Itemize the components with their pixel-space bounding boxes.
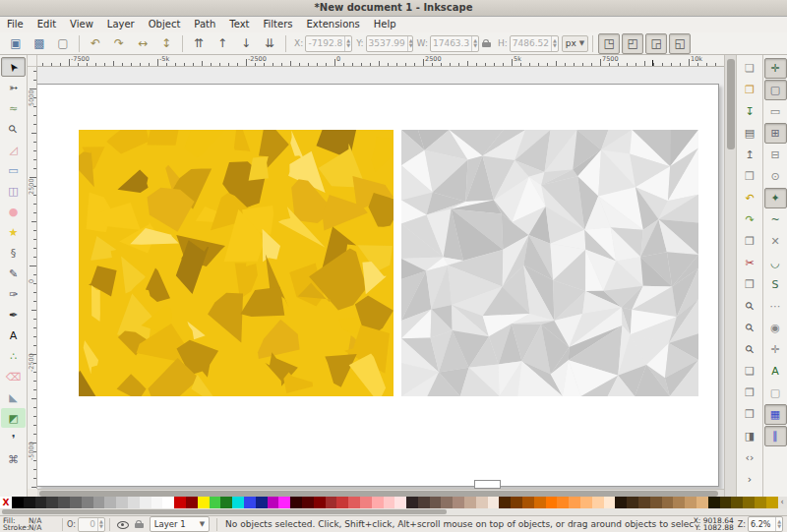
snap-object-centers-toggle[interactable]: ◉ [764, 318, 787, 338]
select-all[interactable]: ▣ [5, 33, 27, 54]
snap-cusp-nodes-toggle[interactable]: ◡ [764, 253, 787, 273]
palette-swatch[interactable] [731, 497, 743, 508]
zoom-spinner[interactable]: ▲▼ [775, 517, 782, 531]
palette-swatch[interactable] [116, 497, 128, 508]
lower[interactable]: ↓ [235, 33, 257, 54]
palette-swatch[interactable] [662, 497, 674, 508]
zoom-field[interactable]: 6.2% ▲▼ [748, 516, 783, 532]
palette-swatch[interactable] [488, 497, 500, 508]
gradient-tool[interactable]: ◩ [1, 408, 26, 428]
palette-swatch[interactable] [696, 497, 708, 508]
rotate-cw[interactable]: ↷ [108, 33, 130, 54]
palette-swatch[interactable] [35, 497, 47, 508]
palette-swatch[interactable] [522, 497, 534, 508]
fill-stroke-dialog-button[interactable]: ◨ [739, 426, 761, 446]
palette-swatch[interactable] [24, 497, 35, 508]
palette-scrollbar-thumb[interactable] [2, 509, 447, 514]
snap-line-midpoints-toggle[interactable]: ⋯ [764, 296, 787, 317]
box3d-tool[interactable]: ◫ [1, 181, 26, 201]
flip-vertical[interactable]: ↕ [155, 33, 177, 54]
menu-filters[interactable]: Filters [257, 17, 300, 32]
snap-smooth-nodes-toggle[interactable]: S [764, 274, 787, 295]
palette-swatch[interactable] [46, 497, 58, 508]
palette-swatch[interactable] [278, 497, 290, 508]
opacity-field[interactable]: 0 ▲▼ [78, 517, 105, 532]
ellipse-tool[interactable]: ● [1, 202, 26, 221]
rectangle-tool[interactable]: ▭ [1, 160, 26, 180]
snap-bbox-edges-toggle[interactable]: ▭ [764, 101, 787, 122]
height-field[interactable]: 7486.52 ▲▼ [510, 35, 559, 52]
raise-to-top[interactable]: ⇈ [188, 33, 210, 54]
palette-swatch[interactable] [615, 497, 627, 508]
palette-swatch[interactable] [685, 497, 696, 508]
document-properties-button[interactable]: ❒ [739, 166, 761, 187]
snap-enable-toggle[interactable]: ✛ [764, 58, 787, 79]
palette-swatch[interactable] [151, 497, 163, 508]
snap-bbox-corners-toggle[interactable]: ⊞ [764, 123, 787, 144]
affect-corners-toggle[interactable]: ◰ [622, 33, 643, 54]
palette-scroll-left-icon[interactable]: ‹ [778, 497, 787, 508]
palette-swatch[interactable] [290, 497, 302, 508]
palette-swatch[interactable] [384, 497, 395, 508]
vertical-scrollbar-thumb[interactable] [727, 59, 735, 149]
snap-grids-toggle[interactable]: ▦ [764, 404, 787, 425]
palette-swatch[interactable] [720, 497, 732, 508]
palette-swatch[interactable] [743, 497, 755, 508]
connector-tool[interactable]: ⌘ [1, 449, 26, 469]
palette-swatch[interactable] [140, 497, 151, 508]
snap-bbox-toggle[interactable]: ▢ [764, 80, 787, 100]
redo-button[interactable]: ↷ [739, 209, 761, 230]
palette-swatch[interactable] [406, 497, 418, 508]
raise[interactable]: ↑ [212, 33, 233, 54]
vertical-scrollbar[interactable] [724, 55, 736, 497]
bezier-tool[interactable]: ✑ [1, 284, 26, 304]
palette-swatch[interactable] [360, 497, 372, 508]
palette-swatch[interactable] [418, 497, 430, 508]
x-field-spinner[interactable]: ▲▼ [344, 36, 351, 51]
palette-swatch[interactable] [394, 497, 406, 508]
palette-swatch[interactable] [70, 497, 82, 508]
snap-guides-toggle[interactable]: ∥ [764, 426, 787, 446]
palette-swatch[interactable] [162, 497, 174, 508]
palette-swatch[interactable] [464, 497, 476, 508]
fill-stroke-indicator[interactable]: Fill: N/A Stroke: N/A [0, 517, 58, 532]
export-button[interactable]: ↥ [739, 145, 761, 165]
affect-stroke-toggle[interactable]: ◳ [598, 33, 620, 54]
palette-swatch[interactable] [104, 497, 116, 508]
units-dropdown[interactable]: px ▼ [562, 35, 588, 52]
rotate-ccw[interactable]: ↶ [85, 33, 106, 54]
cut-button[interactable]: ✂ [739, 253, 761, 273]
snap-paths-toggle[interactable]: ~ [764, 209, 787, 230]
menu-edit[interactable]: Edit [30, 17, 63, 32]
palette-swatch[interactable] [499, 497, 511, 508]
print-button[interactable]: ▤ [739, 123, 761, 144]
snap-text-baseline-toggle[interactable]: A [764, 361, 787, 382]
xml-editor-button[interactable]: ‹› [739, 447, 761, 468]
palette-swatch[interactable] [766, 497, 778, 508]
palette-swatch[interactable] [12, 497, 24, 508]
snap-bbox-edge-midpoints-toggle[interactable]: ⊟ [764, 145, 787, 165]
menu-object[interactable]: Object [142, 17, 188, 32]
open-document-button[interactable]: ❐ [739, 80, 761, 100]
opacity-spinner[interactable]: ▲▼ [97, 518, 104, 531]
palette-swatch[interactable] [430, 497, 442, 508]
new-document-button[interactable]: ❏ [739, 58, 761, 79]
palette-swatch[interactable] [673, 497, 685, 508]
menu-view[interactable]: View [63, 17, 100, 32]
spiral-tool[interactable]: § [1, 243, 26, 263]
y-field[interactable]: 3537.99 ▲▼ [366, 35, 413, 52]
palette-swatch[interactable] [244, 497, 256, 508]
paste-button[interactable]: ❒ [739, 274, 761, 295]
palette-swatch[interactable] [256, 497, 268, 508]
flip-horizontal[interactable]: ↔ [132, 33, 153, 54]
pencil-tool[interactable]: ✎ [1, 264, 26, 283]
palette-swatch[interactable] [650, 497, 662, 508]
tweak-tool[interactable]: ≈ [1, 98, 26, 118]
palette-swatch[interactable] [627, 497, 638, 508]
clone-button[interactable]: ❐ [739, 383, 761, 403]
measure-tool[interactable]: ◿ [1, 140, 26, 159]
palette-swatch[interactable] [336, 497, 348, 508]
text-tool[interactable]: A [1, 325, 26, 345]
palette-swatch[interactable] [604, 497, 616, 508]
unlink-clone-button[interactable]: ❒ [739, 404, 761, 425]
